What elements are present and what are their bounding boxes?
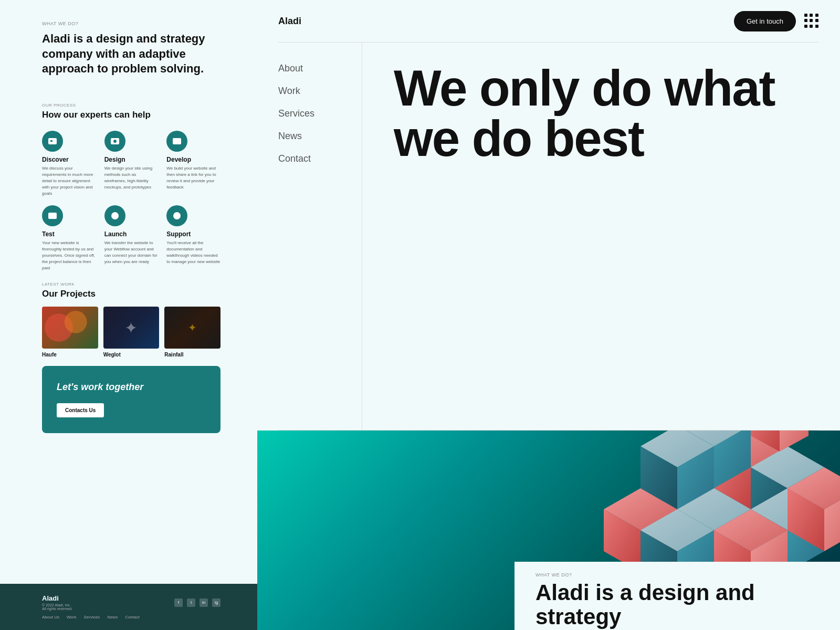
grid-dot-6 [815,19,818,22]
projects-grid: Haufe Weglot Rainfall [42,307,220,358]
instagram-icon[interactable]: ig [212,598,220,607]
footer-social: f t in ig [174,598,220,607]
weglot-name: Weglot [103,352,160,358]
left-panel: WHAT WE DO? Aladi is a design and strate… [0,0,262,630]
cta-headline: Let's work together [57,382,206,393]
grid-dot-1 [804,14,807,17]
hero-line1: We only do what [394,60,775,116]
nav-item-work[interactable]: Work [278,86,341,97]
process-headline: How our experts can help [42,110,220,120]
grid-dot-3 [815,14,818,17]
nav-item-news[interactable]: News [278,131,341,142]
grid-dot-7 [804,25,807,28]
discover-icon [42,131,63,152]
svg-rect-6 [48,213,57,219]
svg-marker-39 [780,430,808,452]
grid-dot-4 [804,19,807,22]
design-icon [104,131,125,152]
svg-text:</>: </> [174,140,180,144]
support-desc: You'll receive all the documentation and… [166,240,220,265]
left-intro: WHAT WE DO? Aladi is a design and strate… [0,0,262,92]
twitter-icon[interactable]: t [187,598,195,607]
develop-icon: </> [166,131,187,152]
project-haufe[interactable]: Haufe [42,307,98,358]
left-footer: Aladi © 2022 Aladi, Inc.All rights reser… [0,584,262,630]
weglot-thumbnail [103,307,160,349]
footer-brand-block: Aladi © 2022 Aladi, Inc.All rights reser… [42,594,72,611]
nav-logo: Aladi [278,16,301,27]
project-weglot[interactable]: Weglot [103,307,160,358]
linkedin-icon[interactable]: in [200,598,208,607]
cta-button[interactable]: Contacts Us [57,403,104,417]
process-grid: Discover We discuss your requirements in… [42,131,220,271]
hero-line2: we do best [394,110,644,166]
footer-nav-news[interactable]: News [107,615,118,620]
haufe-thumbnail [42,307,98,349]
bottom-headline: Aladi is a design and strategy [536,581,819,629]
project-rainfall[interactable]: Rainfall [164,307,220,358]
process-item-develop: </> Develop We build your website and th… [166,131,220,197]
test-desc: Your new website is thoroughly tested by… [42,240,96,271]
process-item-discover: Discover We discuss your requirements in… [42,131,96,197]
grid-dot-2 [810,14,813,17]
process-item-design: Design We design your site using methods… [104,131,159,197]
projects-headline: Our Projects [42,289,220,299]
footer-nav-work[interactable]: Work [67,615,77,620]
facebook-icon[interactable]: f [174,598,183,607]
grid-menu-icon[interactable] [804,14,819,28]
hero-headline: We only do what we do best [394,63,808,164]
nav-right: Get in touch [734,11,819,32]
get-in-touch-button[interactable]: Get in touch [734,11,796,32]
footer-logo: Aladi [42,594,72,602]
svg-rect-1 [50,140,52,142]
rainfall-name: Rainfall [164,352,220,358]
design-title: Design [104,156,159,163]
footer-copy: © 2022 Aladi, Inc.All rights reserved. [42,603,72,611]
our-process-label: OUR PROCESS [42,103,220,108]
what-we-do-label: WHAT WE DO? [42,21,220,26]
discover-desc: We discuss your requirements in much mor… [42,165,96,197]
discover-title: Discover [42,156,96,163]
test-title: Test [42,230,96,238]
cta-section: Let's work together Contacts Us [42,366,220,433]
launch-title: Launch [104,230,159,238]
projects-section: LATEST WORK Our Projects Haufe Weglot Ra… [0,271,262,358]
test-icon [42,205,63,226]
footer-nav-about[interactable]: About Us [42,615,59,620]
develop-desc: We build your website and then share a l… [166,165,220,191]
launch-desc: We transfer the website to your Webflow … [104,240,159,265]
haufe-name: Haufe [42,352,98,358]
nav-header: Aladi Get in touch [257,0,840,42]
develop-title: Develop [166,156,220,163]
process-item-support: ? Support You'll receive all the documen… [166,205,220,271]
footer-nav-services[interactable]: Services [83,615,100,620]
launch-icon [104,205,125,226]
bottom-right-section: WHAT WE DO? Aladi is a design and strate… [514,562,840,630]
nav-item-about[interactable]: About [278,63,341,74]
grid-dot-9 [815,25,818,28]
footer-nav: About Us Work Services News Contact [42,615,220,620]
process-section: OUR PROCESS How our experts can help Dis… [0,103,262,271]
nav-item-services[interactable]: Services [278,108,341,119]
support-title: Support [166,230,220,238]
process-item-launch: Launch We transfer the website to your W… [104,205,159,271]
left-headline: Aladi is a design and strategy company w… [42,32,220,77]
footer-nav-contact[interactable]: Contact [125,615,140,620]
svg-point-3 [113,140,117,143]
support-icon: ? [166,205,187,226]
bottom-what-label: WHAT WE DO? [536,572,819,578]
design-desc: We design your site using methods such a… [104,165,159,191]
nav-item-contact[interactable]: Contact [278,153,341,164]
process-item-test: Test Your new website is thoroughly test… [42,205,96,271]
rainfall-thumbnail [164,307,220,349]
right-panel: Aladi Get in touch About Work Services N [257,0,840,630]
grid-dot-8 [810,25,813,28]
svg-text:?: ? [175,214,178,219]
footer-content: Aladi © 2022 Aladi, Inc.All rights reser… [42,594,220,611]
grid-dot-5 [810,19,813,22]
latest-work-label: LATEST WORK [42,282,220,287]
